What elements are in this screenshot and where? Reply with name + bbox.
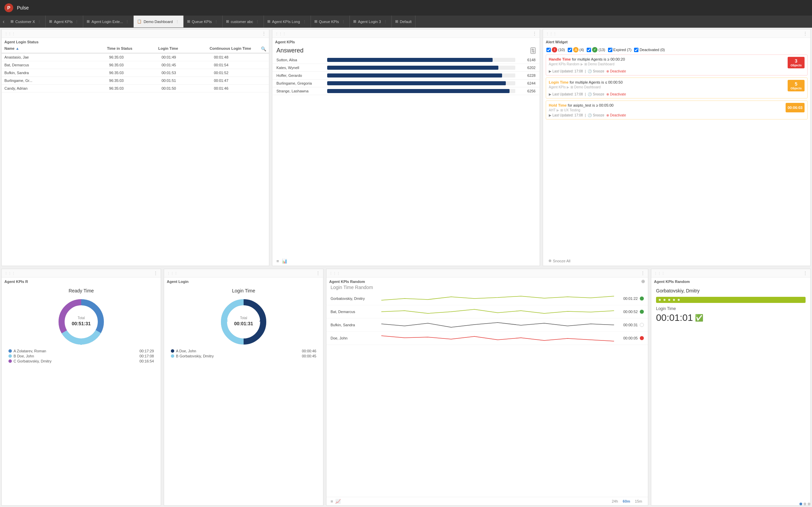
- agent-kpis-random-title: Agent KPIs Random: [326, 278, 368, 285]
- tab-customer-abc[interactable]: ⊞ customer abc ⋮: [223, 16, 264, 28]
- donut-legend: A Zolatarev, Roman 00:17:29 B Doe, John …: [5, 349, 157, 364]
- col-login-time[interactable]: Login Time: [158, 46, 210, 51]
- alert-condition: Handle Time for multiple Agents is ≥ 00:…: [549, 57, 788, 62]
- tab-agent-login-ext[interactable]: ⊞ Agent Login Exte... ⋮: [83, 16, 134, 28]
- col-name[interactable]: Name ▲: [4, 46, 107, 51]
- tab-prev-btn[interactable]: ‹: [0, 19, 7, 25]
- widget-header: ⋮⋮⋮ ⋮: [543, 29, 810, 38]
- row-name: Candy, Adrian: [4, 86, 109, 90]
- random-value: 00:00:31: [614, 323, 638, 327]
- page-dot-2[interactable]: [804, 503, 806, 505]
- widget-menu-button[interactable]: ⋮: [153, 270, 158, 276]
- tab-menu-icon[interactable]: ⋮: [255, 20, 260, 23]
- alert-deactivate-button[interactable]: ⊗ Deactivate: [606, 92, 626, 96]
- single-kpi-content: Gorbatovskiy, Dmitry Login Time 00:01:01…: [651, 285, 810, 327]
- filter-expired[interactable]: Expired (7): [608, 48, 632, 52]
- filter-yellow[interactable]: ⚠ (4): [568, 47, 584, 52]
- metric-status-icon: ✅: [695, 314, 703, 322]
- tab-menu-icon[interactable]: ⋮: [302, 20, 307, 23]
- filter-red-checkbox[interactable]: [546, 48, 551, 52]
- widget-menu-button[interactable]: ⋮: [803, 31, 808, 36]
- tab-customer-x[interactable]: ⊞ Customer X ⋮: [7, 16, 46, 28]
- tab-menu-icon[interactable]: ⋮: [341, 20, 346, 23]
- time-15m-button[interactable]: 15m: [633, 499, 644, 504]
- metric-value-text: 00:01:01: [656, 312, 693, 323]
- random-value: 00:01:22: [614, 296, 638, 301]
- table-row: Anastasio, Jae 96:35:03 00:01:49 00:01:4…: [2, 53, 269, 61]
- drag-handle: ⋮⋮⋮: [4, 32, 16, 36]
- alert-count-badge: 5 Objects: [788, 80, 805, 91]
- tab-queue-kpis[interactable]: ⊞ Queue KPIs ⋮: [184, 16, 223, 28]
- page-dot-1[interactable]: [799, 503, 802, 505]
- tab-menu-icon[interactable]: ⋮: [74, 20, 80, 23]
- random-subtitle: Login Time Random: [326, 285, 648, 292]
- filter-expired-checkbox[interactable]: [608, 48, 612, 52]
- expand-button[interactable]: ⊕: [641, 279, 645, 284]
- filter-green[interactable]: ✓ (13): [587, 47, 605, 52]
- widget-menu-button[interactable]: ⋮: [803, 270, 808, 276]
- tab-default[interactable]: ⊞ Default: [392, 16, 415, 28]
- filter-yellow-checkbox[interactable]: [568, 48, 572, 52]
- top-row: ⋮⋮⋮ ⋮ Agent Login Status Name ▲ Time in …: [0, 28, 812, 267]
- filter-deactivated-checkbox[interactable]: [634, 48, 638, 52]
- kpi-bar: [327, 81, 506, 85]
- widget-menu-button[interactable]: ⋮: [532, 31, 537, 36]
- tab-agent-kpis[interactable]: ⊞ Agent KPIs ⋮: [46, 16, 83, 28]
- kpi-bar: [327, 66, 498, 70]
- alert-deactivate-button[interactable]: ⊗ Deactivate: [606, 69, 626, 73]
- alert-updated: ▶ Last Updated: 17:08: [549, 92, 583, 96]
- tab-menu-icon[interactable]: ⋮: [383, 20, 388, 23]
- legend-dot-c: [8, 359, 12, 363]
- row-login-time: 00:01:49: [161, 55, 214, 59]
- alert-snooze-button[interactable]: 🕐 Snooze: [588, 113, 604, 117]
- single-agent-name: Gorbatovskiy, Dmitry: [656, 288, 806, 293]
- tab-menu-icon[interactable]: ⋮: [125, 20, 130, 23]
- alert-item: Handle Time for multiple Agents is ≥ 00:…: [546, 54, 808, 75]
- random-agent-name: Doe, John: [331, 336, 381, 340]
- kpi-row: Hoffer, Gerardo 6228: [272, 72, 540, 80]
- tab-menu-icon[interactable]: ⋮: [213, 20, 219, 23]
- tab-label: Agent KPIs: [54, 20, 72, 24]
- tab-agent-kpis-long[interactable]: ⊞ Agent KPIs Long ⋮: [264, 16, 311, 28]
- tab-agent-login-3[interactable]: ⊞ Agent Login 3 ⋮: [350, 16, 392, 28]
- widget-menu-button[interactable]: ⋮: [316, 270, 320, 276]
- tab-queue-kpis-2[interactable]: ⊞ Queue KPIs ⋮: [311, 16, 350, 28]
- widget-menu-button[interactable]: ⋮: [640, 270, 645, 276]
- snooze-all-button[interactable]: ⊗ Snooze All: [546, 257, 808, 264]
- filter-red[interactable]: ! (10): [546, 47, 565, 52]
- tab-demo-dashboard[interactable]: 📋 Demo Dashboard ⋮: [134, 16, 183, 28]
- agent-login-title: Agent Login: [164, 278, 323, 285]
- tab-menu-icon[interactable]: ⋮: [37, 20, 42, 23]
- bar-dot: [673, 299, 675, 301]
- list-icon-button[interactable]: ≡: [331, 499, 333, 504]
- col-time-status[interactable]: Time in Status: [107, 46, 158, 51]
- col-continuous[interactable]: Continuous Login Time: [209, 46, 261, 51]
- kpi-bar-container: [327, 81, 515, 85]
- kpi-chart-icon-button[interactable]: 📊: [282, 259, 287, 264]
- chart-type-button[interactable]: 📈: [335, 499, 341, 504]
- table-search-button[interactable]: 🔍: [261, 46, 266, 51]
- footer-icons: ≡ 📈: [331, 499, 341, 504]
- filter-deactivated[interactable]: Deactivated (0): [634, 48, 665, 52]
- kpi-sort-button[interactable]: ⇅: [531, 47, 536, 54]
- time-60m-button[interactable]: 60m: [621, 499, 632, 504]
- alert-actions: ▶ Last Updated: 17:08 | 🕐 Snooze ⊗ Deact…: [549, 92, 805, 96]
- alert-updated: ▶ Last Updated: 17:08: [549, 113, 583, 117]
- tab-demo-icon: 📋: [137, 19, 142, 24]
- tab-grid-icon: ⊞: [314, 19, 317, 24]
- kpi-value: 6202: [519, 66, 536, 70]
- filter-yellow-label: (4): [580, 48, 584, 52]
- alert-snooze-button[interactable]: 🕐 Snooze: [588, 92, 604, 96]
- alert-snooze-button[interactable]: 🕐 Snooze: [588, 69, 604, 73]
- widget-menu-button[interactable]: ⋮: [262, 31, 266, 36]
- time-24h-button[interactable]: 24h: [610, 499, 619, 504]
- filter-green-checkbox[interactable]: [587, 48, 591, 52]
- tab-menu-icon[interactable]: ⋮: [175, 20, 180, 23]
- page-dot-3[interactable]: [808, 503, 810, 505]
- row-continuous: 00:01:54: [214, 63, 266, 67]
- alert-deactivate-button[interactable]: ⊗ Deactivate: [606, 113, 626, 117]
- random-value: 00:00:52: [614, 310, 638, 314]
- status-indicator: [640, 296, 644, 301]
- random-row: Doe, John 00:00:05: [326, 332, 648, 345]
- kpi-list-icon-button[interactable]: ≡: [276, 259, 279, 264]
